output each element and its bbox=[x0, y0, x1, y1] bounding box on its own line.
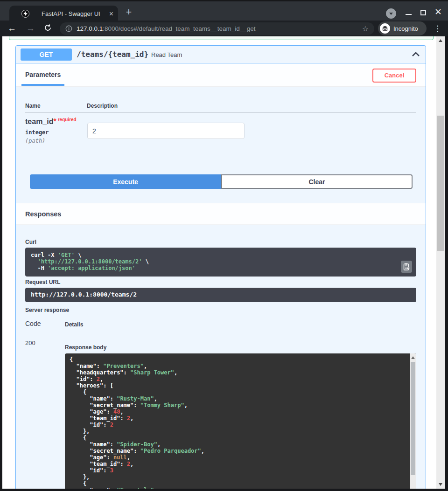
method-badge: GET bbox=[21, 48, 72, 61]
active-tab-underline bbox=[21, 84, 64, 86]
page-scrollbar[interactable] bbox=[436, 36, 445, 489]
clear-button[interactable]: Clear bbox=[221, 174, 413, 189]
request-url-block: http://127.0.0.1:8000/teams/2 bbox=[25, 288, 416, 302]
endpoint-summary: Read Team bbox=[151, 46, 182, 63]
scroll-up-arrow-icon[interactable] bbox=[411, 356, 415, 359]
table-header-divider bbox=[25, 112, 416, 113]
scrollbar-thumb[interactable] bbox=[411, 362, 415, 475]
opblock-header[interactable]: GET /teams/{team_id} Read Team bbox=[16, 46, 426, 63]
curl-command: curl -X 'GET' \ 'http://127.0.0.1:8000/t… bbox=[31, 252, 411, 271]
tab-close-icon[interactable]: × bbox=[109, 10, 113, 18]
url-path: :8000/docs#/default/read_team_teams__tea… bbox=[103, 25, 255, 32]
page-scroll-down-icon[interactable] bbox=[439, 483, 442, 486]
clipboard-icon bbox=[403, 263, 410, 270]
response-body-block: { "name": "Preventers", "headquarters": … bbox=[65, 353, 416, 489]
server-response-divider bbox=[25, 335, 416, 335]
param-type: integer bbox=[25, 129, 49, 136]
chevron-down-icon bbox=[389, 13, 393, 15]
fastapi-favicon-icon bbox=[21, 10, 29, 18]
response-body-label: Response body bbox=[65, 344, 106, 351]
curl-label: Curl bbox=[25, 239, 36, 245]
back-icon[interactable]: ← bbox=[7, 23, 16, 33]
collapse-chevron-icon[interactable] bbox=[412, 52, 420, 57]
response-body-json: { "name": "Preventers", "headquarters": … bbox=[65, 353, 416, 489]
page-scrollbar-thumb[interactable] bbox=[437, 116, 444, 251]
endpoint-path: /teams/{team_id} bbox=[77, 46, 148, 63]
cancel-button[interactable]: Cancel bbox=[372, 69, 416, 83]
responses-section-header: Responses bbox=[16, 203, 426, 225]
swagger-page: GET /teams/{team_id} Read Team Parameter… bbox=[2, 36, 445, 489]
status-code: 200 bbox=[25, 339, 35, 346]
param-location: (path) bbox=[25, 138, 45, 144]
param-value-input[interactable] bbox=[87, 123, 245, 139]
copy-to-clipboard-button[interactable] bbox=[401, 261, 412, 273]
forward-icon[interactable]: → bbox=[26, 23, 35, 33]
request-url-label: Request URL bbox=[25, 279, 60, 285]
browser-frame: FastAPI - Swagger UI × + ✕ bbox=[0, 0, 448, 21]
reload-icon[interactable] bbox=[44, 23, 52, 32]
window-close-button[interactable]: ✕ bbox=[434, 7, 442, 17]
bookmark-star-icon[interactable]: ☆ bbox=[362, 24, 369, 33]
column-header-description: Description bbox=[87, 103, 118, 109]
site-info-icon[interactable] bbox=[65, 25, 72, 32]
browser-tab[interactable]: FastAPI - Swagger UI × bbox=[9, 6, 118, 22]
response-body-scrollbar[interactable] bbox=[410, 353, 416, 489]
new-tab-button[interactable]: + bbox=[122, 6, 135, 19]
incognito-label: Incognito bbox=[393, 25, 418, 32]
required-star: * bbox=[53, 118, 56, 125]
browser-toolbar: ← → 127.0.0.1:8000/docs#/default/read_te… bbox=[0, 21, 448, 36]
window-menu-button[interactable] bbox=[386, 8, 396, 19]
param-name: team_id*required bbox=[25, 117, 77, 126]
required-label: required bbox=[58, 117, 77, 122]
curl-block: curl -X 'GET' \ 'http://127.0.0.1:8000/t… bbox=[25, 248, 416, 277]
incognito-badge: Incognito bbox=[378, 21, 427, 35]
opblock-get-teams: GET /teams/{team_id} Read Team Parameter… bbox=[15, 45, 426, 489]
maximize-button[interactable] bbox=[420, 10, 426, 15]
request-url-value: http://127.0.0.1:8000/teams/2 bbox=[31, 291, 411, 298]
parameters-section-header: Parameters Cancel bbox=[16, 63, 426, 87]
responses-title: Responses bbox=[25, 210, 61, 218]
tab-parameters[interactable]: Parameters bbox=[25, 71, 61, 78]
details-column-header: Details bbox=[65, 321, 83, 328]
execute-button[interactable]: Execute bbox=[30, 174, 221, 189]
previous-opblock-partial[interactable] bbox=[9, 36, 434, 40]
column-header-name: Name bbox=[25, 103, 41, 109]
url-bar[interactable]: 127.0.0.1:8000/docs#/default/read_team_t… bbox=[60, 22, 374, 35]
menu-kebab-icon[interactable]: ⋮ bbox=[434, 24, 441, 34]
page-scroll-up-icon[interactable] bbox=[439, 39, 442, 42]
tab-title: FastAPI - Swagger UI bbox=[42, 10, 109, 17]
url-host: 127.0.0.1 bbox=[77, 25, 103, 32]
code-column-header: Code bbox=[25, 320, 41, 327]
minimize-button[interactable] bbox=[406, 14, 412, 15]
server-response-label: Server response bbox=[25, 307, 69, 313]
url-text: 127.0.0.1:8000/docs#/default/read_team_t… bbox=[77, 25, 358, 32]
incognito-icon bbox=[380, 23, 390, 34]
